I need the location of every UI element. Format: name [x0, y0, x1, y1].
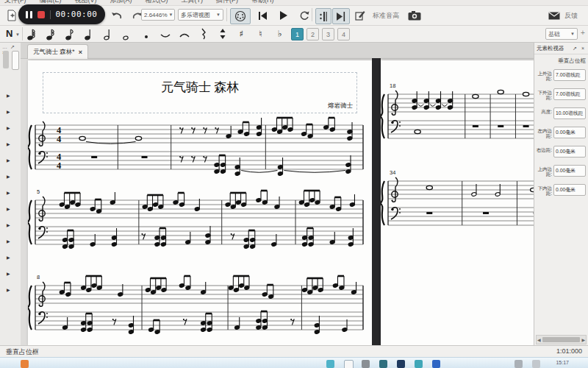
note-whole-icon[interactable] [121, 26, 133, 41]
menu-item[interactable]: 插件(P) [216, 0, 238, 5]
chevron-down-icon[interactable]: ▼ [169, 13, 173, 17]
play-button[interactable] [275, 8, 291, 23]
palette-item-arrow[interactable]: ▶ [7, 238, 10, 244]
voice-2-button[interactable]: 2 [306, 28, 319, 40]
composer-text[interactable]: 熔岩骑士 [328, 102, 353, 110]
status-bar: 垂直占位框 1:01:000 [0, 345, 588, 358]
palette-item-arrow[interactable]: ▶ [7, 222, 10, 227]
title-frame-selected[interactable]: 元气骑士 森林 熔岩骑士 [43, 72, 357, 113]
undo-button[interactable] [109, 8, 125, 23]
note-half-icon[interactable] [101, 26, 114, 41]
palette-handle[interactable] [12, 51, 19, 70]
music-system[interactable]: 34 [381, 168, 534, 237]
palette-item-arrow[interactable]: ▶ [7, 190, 10, 195]
music-system[interactable]: 8 [28, 272, 372, 342]
midi-input-button[interactable] [230, 8, 251, 24]
taskbar-icon-app-blue[interactable] [432, 360, 440, 368]
menu-item[interactable]: 工具(T) [182, 0, 204, 5]
score-title[interactable]: 元气骑士 森林 [43, 79, 356, 96]
note-8th-icon[interactable] [63, 26, 76, 41]
natural-icon[interactable]: ♮ [254, 26, 267, 41]
sharp-icon[interactable]: ♯ [235, 26, 248, 41]
chevron-down-icon[interactable]: ▼ [15, 32, 20, 37]
inspector-h-scrollbar[interactable]: ◀ ▶ [536, 335, 587, 344]
palette-item-arrow[interactable]: ▶ [7, 158, 10, 163]
taskbar-icon-tray-2[interactable] [532, 360, 540, 368]
property-value-input[interactable]: 0.00毫米 [553, 146, 586, 158]
menu-item[interactable]: 添加(A) [110, 0, 132, 5]
score-page-1[interactable]: 元气骑士 森林 熔岩骑士 444458 [28, 60, 372, 346]
taskbar-icon-app-navy[interactable] [397, 360, 405, 368]
view-mode-dropdown[interactable]: 多乐谱视图▼ [178, 9, 223, 21]
voice-3-button[interactable]: 3 [322, 28, 334, 40]
music-system[interactable]: 18 [381, 81, 534, 150]
feedback-label[interactable]: 反馈 [564, 11, 578, 21]
tie-icon[interactable] [159, 26, 171, 41]
canvas[interactable]: 元气骑士 森林 熔岩骑士 444458 1834 [21, 58, 534, 346]
play-repeats-button[interactable] [315, 8, 331, 24]
workspace-dropdown[interactable]: 基础▼ [545, 28, 578, 40]
palette-item-arrow[interactable]: ▶ [7, 287, 10, 292]
note-16th-icon[interactable] [44, 26, 57, 41]
note-quarter-icon[interactable] [82, 26, 95, 41]
palette-item-arrow[interactable]: ▶ [7, 255, 10, 260]
chevron-down-icon[interactable]: ▼ [216, 13, 220, 17]
palette-item-arrow[interactable]: ▶ [7, 206, 10, 211]
palette-item-arrow[interactable]: ▶ [7, 174, 10, 179]
concert-pitch-label[interactable]: 标准音高 [373, 11, 399, 21]
palette-item-arrow[interactable]: ▶ [7, 93, 10, 98]
music-system[interactable]: 5 [28, 187, 372, 256]
menu-item[interactable]: 帮助(H) [251, 0, 274, 5]
palette-item-arrow[interactable]: ▶ [7, 271, 10, 276]
taskbar-icon-app-darkteal[interactable] [379, 360, 387, 368]
windows-taskbar[interactable]: 15:17 [0, 357, 588, 368]
inspector-header-icons[interactable]: ↗ × [573, 46, 586, 52]
feedback-envelope-icon[interactable] [547, 8, 562, 23]
image-capture-button[interactable] [405, 8, 424, 23]
scroll-right-icon[interactable]: ▶ [581, 337, 585, 342]
add-workspace-button[interactable]: + [581, 29, 585, 37]
flip-icon[interactable] [216, 26, 229, 41]
taskbar-icon-app-teal2[interactable] [415, 360, 423, 368]
property-value-input[interactable]: 7.00谱线距 [553, 69, 586, 81]
note-32nd-icon[interactable] [25, 26, 37, 41]
pan-score-button[interactable] [332, 8, 350, 24]
palette-item-arrow[interactable]: ▶ [7, 125, 10, 130]
zoom-level-input[interactable]: 2.6446%▼ [141, 9, 175, 21]
taskbar-icon-app-gray[interactable] [362, 360, 370, 368]
property-value-input[interactable]: 0.00毫米 [553, 127, 586, 138]
score-page-2[interactable]: 1834 [381, 60, 534, 346]
note-input-button[interactable]: N [6, 28, 12, 39]
new-score-icon[interactable] [4, 8, 19, 23]
flat-icon[interactable]: ♭ [273, 26, 286, 41]
music-system[interactable]: 4444 [28, 112, 372, 181]
rewind-button[interactable] [254, 8, 270, 23]
taskbar-icon-app-orange[interactable] [21, 360, 29, 368]
scroll-left-icon[interactable]: ◀ [537, 337, 541, 342]
property-value-input[interactable]: 0.00毫米 [553, 165, 586, 177]
scrollbar-thumb[interactable] [542, 337, 581, 342]
menu-item[interactable]: 文件(F) [4, 0, 26, 5]
property-value-input[interactable]: 7.00谱线距 [553, 88, 586, 100]
rest-icon[interactable] [197, 26, 209, 41]
palette-handle[interactable] [3, 51, 9, 68]
tab-close-icon[interactable]: × [79, 49, 82, 56]
palette-item-arrow[interactable]: ▶ [7, 109, 10, 114]
screen-recorder-overlay: 00:00:00 [18, 4, 105, 24]
menu-item[interactable]: 格式(O) [146, 0, 168, 5]
voice-1-button[interactable]: 1 [291, 28, 304, 40]
edit-pen-icon[interactable] [352, 8, 368, 23]
taskbar-icon-app-white[interactable] [344, 360, 354, 368]
score-tab[interactable]: 元气骑士 森林* × [27, 44, 88, 59]
property-value-input[interactable]: 0.00毫米 [553, 184, 586, 196]
taskbar-icon-tray-1[interactable] [514, 360, 523, 368]
aug-dot-icon[interactable] [140, 26, 152, 41]
voice-4-button[interactable]: 4 [337, 28, 350, 40]
loop-playback-button[interactable] [295, 8, 312, 23]
pause-icon[interactable] [26, 11, 32, 18]
palette-item-arrow[interactable]: ▶ [7, 141, 10, 146]
property-value-input[interactable]: 10.00谱线距 [553, 107, 586, 119]
stop-record-icon[interactable] [37, 11, 45, 18]
taskbar-icon-app-teal[interactable] [326, 360, 334, 368]
slur-icon[interactable] [178, 26, 190, 41]
